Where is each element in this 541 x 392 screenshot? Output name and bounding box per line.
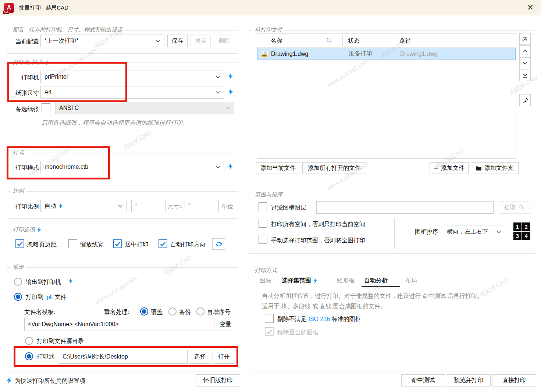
add-folder-label: 添加文件夹 — [484, 164, 514, 172]
alt-paper-select[interactable]: ANSI C — [55, 102, 234, 114]
scale-size-input[interactable] — [185, 200, 219, 212]
open-dir-button[interactable]: 打开 — [213, 350, 235, 364]
radio-output-to-printer[interactable] — [14, 278, 22, 286]
rotate-orientation-button[interactable] — [212, 238, 225, 250]
direct-print-label: 直接打印 — [502, 377, 526, 384]
table-row[interactable]: DWG Drawing1.dwg 准备打印 Drawing1.dwg — [257, 48, 516, 60]
choose-dir-button[interactable]: 选择 — [189, 350, 211, 364]
title-bar: A CAD 批量打印 - 赫思CAD — [0, 0, 541, 15]
print-to-dir-label: 打印到 — [37, 353, 54, 361]
radio-print-to-plt[interactable] — [14, 293, 22, 301]
duplicate-name-label: 重名处理: — [104, 309, 129, 316]
filename-template-label: 文件名模板: — [24, 309, 55, 316]
add-all-open-files-button[interactable]: 添加所有打开的文件 — [302, 162, 366, 174]
plus-icon — [434, 166, 438, 171]
plot-scale-value: 自动 — [45, 202, 56, 210]
lightning-icon — [313, 278, 317, 284]
current-config-value: *上一次打印* — [45, 37, 78, 45]
clear-list-button[interactable] — [519, 94, 531, 106]
file-table: 名称 1↓ 状态 路径 DWG Drawing1.dwg 准备打印 Drawin… — [257, 33, 516, 159]
preview-print-button[interactable]: 预览并打印 — [447, 374, 491, 386]
save-button[interactable]: 保存 — [167, 35, 188, 47]
scale-unit-label: 单位 — [221, 203, 233, 211]
printer-select[interactable]: priPrinter — [40, 71, 224, 83]
checkbox-ignore-margins[interactable] — [15, 239, 24, 248]
checkbox-print-all-spaces[interactable] — [259, 219, 267, 228]
tab-auto-analysis[interactable]: 自动分析 — [364, 277, 388, 285]
chevron-down-icon — [522, 60, 528, 66]
move-up-button[interactable] — [519, 45, 531, 57]
column-header-name[interactable]: 名称 — [271, 37, 282, 45]
config-legend: 配置 - 保存的打印机、尺寸、样式和输出设置 — [13, 26, 122, 33]
lightning-icon — [68, 278, 73, 284]
output-dir-input[interactable] — [59, 350, 188, 364]
sort-icon[interactable]: 1↓ — [326, 37, 332, 43]
checkbox-filter-frame-layer[interactable] — [259, 202, 267, 211]
legacy-print-button[interactable]: 怀旧版打印 — [196, 374, 240, 386]
radio-print-to-dir[interactable] — [25, 352, 33, 360]
tab-layout[interactable]: 布局 — [405, 277, 417, 285]
chevron-down-icon — [225, 107, 230, 110]
move-bottom-button[interactable] — [519, 70, 531, 81]
frame-order-select[interactable]: 横向，左上右下 — [443, 225, 505, 238]
checkbox-remove-non-iso[interactable] — [265, 314, 274, 323]
hit-test-button[interactable]: 命中测试 — [401, 374, 445, 386]
add-current-file-button[interactable]: 添加当前文件 — [256, 162, 300, 174]
dwg-tag: DWG — [262, 54, 267, 57]
column-divider[interactable] — [342, 35, 343, 46]
radio-auto-increment[interactable] — [196, 307, 204, 316]
alt-paper-checkbox[interactable] — [42, 103, 50, 112]
close-icon[interactable]: × — [524, 1, 537, 14]
chevron-down-icon — [118, 204, 123, 208]
quick-print-legend: 为快速打印所使用的设置项 — [15, 377, 85, 385]
move-top-button[interactable] — [519, 33, 531, 45]
manual-range-label: 手动选择打印范围，否则将全图打印 — [271, 237, 365, 245]
delete-button[interactable]: 删除 — [214, 35, 234, 47]
plot-style-label: 打印样式 — [7, 164, 39, 172]
remove-overlap-label: 移除重合的图框 — [277, 329, 318, 336]
column-divider[interactable] — [394, 35, 394, 46]
auto-increment-label: 自增序号 — [207, 309, 231, 316]
radio-print-to-source-dir[interactable] — [25, 337, 33, 345]
checkbox-manual-range[interactable] — [259, 235, 267, 244]
filename-template-input[interactable] — [24, 318, 214, 331]
printer-value: priPrinter — [45, 74, 68, 80]
scale-legend: 比例 — [13, 188, 24, 195]
checkbox-auto-orientation[interactable] — [159, 239, 167, 248]
save-as-button[interactable]: 另存 — [191, 35, 211, 47]
tab-block[interactable]: 图块 — [260, 277, 271, 285]
chevron-down-icon — [216, 165, 220, 169]
add-file-button[interactable]: 添加文件 — [430, 162, 469, 174]
column-header-status[interactable]: 状态 — [348, 37, 360, 45]
plot-scale-select[interactable]: 自动 — [40, 200, 127, 212]
grid-cell-4: 4 — [522, 232, 530, 240]
add-all-open-files-label: 添加所有打开的文件 — [308, 164, 361, 172]
iso-216-link[interactable]: ISO 216 — [308, 316, 330, 322]
variable-button[interactable]: 变量 — [217, 318, 234, 331]
plot-style-select[interactable]: monochrome.ctb — [40, 161, 224, 173]
current-config-label: 当前配置 — [7, 38, 39, 46]
lightning-icon — [228, 163, 233, 170]
auto-orientation-label: 自动打印方向 — [170, 241, 206, 249]
overwrite-label: 覆盖 — [151, 309, 163, 316]
lightning-icon — [228, 73, 233, 80]
scale-numerator-input[interactable] — [131, 200, 165, 212]
checkbox-remove-overlap[interactable] — [265, 327, 274, 336]
filter-layer-input[interactable] — [316, 201, 494, 214]
move-down-button[interactable] — [519, 57, 531, 69]
auto-analysis-desc-line1: 自动分析图框位置，进行打印。对于非规整的文件，建议进行 命中测试 后再行打印。 — [262, 292, 483, 300]
pick-layer-button[interactable]: 拾取 — [499, 201, 530, 214]
radio-backup[interactable] — [168, 307, 177, 316]
checkbox-center-plot[interactable] — [113, 239, 122, 248]
paper-size-select[interactable]: A4 — [40, 86, 224, 99]
tab-rectangle[interactable]: 矩形框 — [337, 277, 355, 285]
current-config-select[interactable]: *上一次打印* — [40, 35, 164, 47]
column-header-path[interactable]: 路径 — [399, 37, 411, 45]
radio-overwrite[interactable] — [140, 307, 148, 316]
tab-selection-set[interactable]: 选择集范围 — [282, 277, 317, 285]
checkbox-scale-lineweight[interactable] — [68, 239, 77, 248]
add-folder-button[interactable]: 添加文件夹 — [471, 162, 519, 174]
iso-prefix: 剔除不满足 — [277, 316, 307, 322]
direct-print-button[interactable]: 直接打印 — [492, 374, 536, 386]
app-logo-icon: A CAD — [4, 3, 14, 13]
